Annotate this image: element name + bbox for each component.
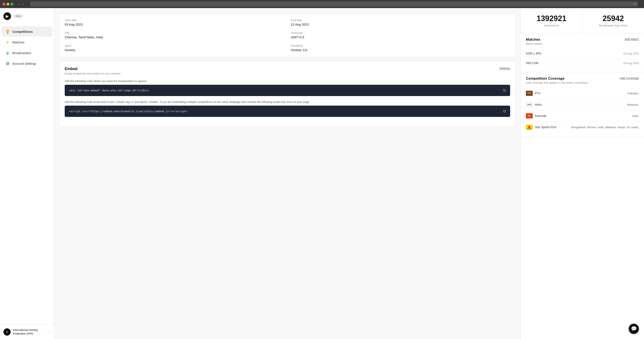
app-container: ▶ Beta 🏆 Competitions ⚡ Matches 📡 Broadc… — [0, 8, 644, 339]
more-icon[interactable]: ⋯ — [47, 330, 51, 334]
sidebar-item-label: Matches — [12, 41, 24, 44]
chat-icon: 💬 — [631, 326, 637, 331]
field-label: Discipline — [291, 44, 510, 47]
coverage-item-astro[interactable]: astro Astro Malaysia, — [526, 99, 639, 110]
info-grid: Start date 03 Aug 2023 End date 12 Aug 2… — [65, 19, 510, 52]
coverage-item-ptv[interactable]: PTV PTV Pakistan, — [526, 88, 639, 99]
main-content: Start date 03 Aug 2023 End date 12 Aug 2… — [54, 8, 520, 339]
field-label: Timezone — [291, 31, 510, 35]
sidebar-item-competitions[interactable]: 🏆 Competitions — [2, 27, 52, 37]
embed-subtitle: Easily embed the information on your web… — [65, 72, 120, 75]
field-label: End date — [291, 19, 510, 22]
close-button[interactable] — [2, 3, 5, 6]
embed-title: Embed — [65, 67, 120, 71]
back-button[interactable]: ‹ — [17, 2, 20, 7]
coverage-left: astro Astro — [526, 102, 542, 107]
coverage-country: Pakistan, — [628, 92, 639, 95]
embed-instruction-1: Add the following code where you want th… — [65, 79, 510, 83]
sidebar-item-label: Account Settings — [12, 62, 36, 65]
match-name: KOR v JPN — [526, 52, 541, 55]
matches-title: Matches — [526, 38, 543, 42]
address-bar[interactable]: ↻ — [30, 2, 638, 7]
coverage-subtitle: Add coverage that applies to the entire … — [526, 81, 588, 84]
impressions-stat: 1392921 Impressions — [521, 8, 582, 33]
logo-clicks-label: Broadcaster logo clicks — [588, 24, 639, 27]
broadcaster-name: Astro — [535, 103, 542, 106]
field-label: Start date — [65, 19, 284, 22]
add-coverage-button[interactable]: Add Coverage — [620, 77, 639, 80]
code-text-1: <div id="wtw-embed" data-wtw-id="comp-26… — [69, 89, 149, 92]
trophy-icon: 🏆 — [6, 29, 10, 34]
forward-button[interactable]: › — [21, 2, 25, 7]
sidebar-nav: 🏆 Competitions ⚡ Matches 📡 Broadcasters … — [0, 24, 54, 325]
sidebar-item-label: Competitions — [12, 30, 33, 34]
copy-button-2[interactable]: ⧉ — [503, 109, 506, 114]
broadcaster-logo-ptv: PTV — [526, 91, 533, 96]
chat-button[interactable]: 💬 — [629, 324, 639, 334]
coverage-left: PTV PTV — [526, 91, 540, 96]
logo-clicks-value: 25942 — [588, 14, 639, 23]
title-bar: ‹ › ↻ — [0, 0, 644, 8]
broadcaster-name: PTV — [535, 92, 540, 95]
svg-rect-1 — [526, 95, 533, 96]
field-end-date: End date 12 Aug 2023 — [291, 19, 510, 26]
beta-badge: Beta — [13, 14, 23, 18]
astro-logo-text: astro — [527, 104, 532, 106]
field-discipline: Discipline Hockey 11s — [291, 44, 510, 52]
coverage-list: PTV PTV Pakistan, astro Astro — [526, 88, 639, 133]
traffic-lights — [2, 3, 14, 6]
match-item-kor-jpn[interactable]: KOR v JPN 03 Aug 2023 — [526, 49, 639, 58]
impressions-value: 1392921 — [526, 14, 577, 23]
coverage-item-fancode[interactable]: FC Fancode India, — [526, 110, 639, 121]
minimize-button[interactable] — [6, 3, 9, 6]
broadcaster-logo-star: SPORTS — [526, 125, 533, 130]
add-match-button[interactable]: Add Match — [625, 38, 639, 41]
broadcast-icon: 📡 — [6, 51, 10, 55]
coverage-header: Competition Coverage Add coverage that a… — [526, 77, 639, 84]
sidebar-item-label: Broadcasters — [12, 51, 31, 55]
field-value: Hockey 11s — [291, 48, 510, 52]
logo-clicks-stat: 25942 Broadcaster logo clicks — [582, 8, 644, 33]
field-label: Sport — [65, 44, 284, 47]
sidebar-item-account-settings[interactable]: ⚙️ Account Settings — [2, 58, 52, 69]
matches-section: Matches Match details. Add Match KOR v J… — [521, 33, 644, 72]
field-city: City Chennai, Tamil Nadu, India — [65, 31, 284, 39]
match-item-ind-chn[interactable]: IND-CHN 03 Aug 2023 — [526, 58, 639, 68]
sidebar: ▶ Beta 🏆 Competitions ⚡ Matches 📡 Broadc… — [0, 8, 54, 339]
embed-card: Embed Easily embed the information on yo… — [60, 61, 516, 127]
field-value: 03 Aug 2023 — [65, 23, 284, 26]
info-card: Start date 03 Aug 2023 End date 12 Aug 2… — [60, 13, 516, 57]
settings-button[interactable]: Settings — [499, 67, 510, 70]
sidebar-item-matches[interactable]: ⚡ Matches — [2, 37, 52, 47]
broadcaster-name: Fancode — [535, 114, 546, 118]
match-name: IND-CHN — [526, 61, 538, 65]
coverage-left: FC Fancode — [526, 113, 546, 118]
coverage-country: Bangladesh, Bhutan, India, Maldives, Nep… — [571, 126, 639, 129]
broadcaster-name: Star Sports First — [535, 125, 556, 129]
match-date: 03 Aug 2023 — [623, 62, 639, 65]
embed-instruction-2: Add the following code at the end of you… — [65, 100, 510, 104]
reload-icon: ↻ — [634, 2, 636, 6]
field-value: GMT+5.5 — [291, 35, 510, 39]
broadcaster-logo-fancode: FC — [526, 113, 533, 118]
field-value: 12 Aug 2023 — [291, 23, 510, 26]
sidebar-logo: ▶ Beta — [0, 8, 54, 24]
app-logo: ▶ — [4, 12, 11, 20]
coverage-title: Competition Coverage — [526, 77, 588, 81]
coverage-item-star-sports[interactable]: SPORTS Star Sports First Bangladesh, Bhu… — [526, 121, 639, 133]
svg-text:SPORTS: SPORTS — [527, 128, 532, 130]
avatar: I — [4, 328, 11, 335]
code-text-2: <script src="https://embed.wheretowatch.… — [69, 110, 187, 113]
coverage-section: Competition Coverage Add coverage that a… — [521, 72, 644, 137]
field-sport: Sport Hockey — [65, 44, 284, 52]
copy-button-1[interactable]: ⧉ — [503, 88, 506, 93]
user-name: International HockeyFederation (FIH) — [13, 328, 45, 335]
matches-subtitle: Match details. — [526, 42, 543, 45]
match-date: 03 Aug 2023 — [623, 52, 639, 55]
field-label: City — [65, 31, 284, 35]
code-block-1: <div id="wtw-embed" data-wtw-id="comp-26… — [65, 85, 510, 96]
coverage-country: Malaysia, — [627, 103, 639, 106]
sidebar-item-broadcasters[interactable]: 📡 Broadcasters — [2, 48, 52, 58]
right-panel: 1392921 Impressions 25942 Broadcaster lo… — [520, 8, 644, 339]
maximize-button[interactable] — [11, 3, 14, 6]
